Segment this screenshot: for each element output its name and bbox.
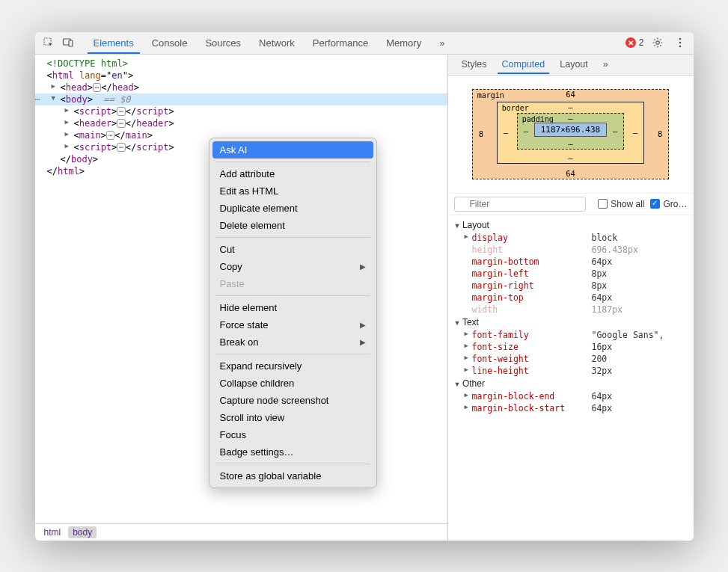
prop-margin-top[interactable]: margin-top64px	[454, 292, 688, 304]
bm-margin-top[interactable]: 64	[566, 90, 575, 99]
group-text[interactable]: Text	[454, 316, 688, 329]
tab-more[interactable]: »	[430, 33, 453, 53]
prop-font-weight[interactable]: ▶font-weight200	[454, 353, 688, 365]
cm-force-state[interactable]: Force state▶	[209, 316, 376, 333]
cm-expand[interactable]: Expand recursively	[209, 357, 376, 375]
dom-html-open[interactable]: <html lang="en">	[35, 70, 447, 82]
error-icon: ✕	[625, 37, 636, 48]
cm-delete[interactable]: Delete element	[209, 217, 376, 234]
breadcrumb-body[interactable]: body	[68, 526, 97, 538]
cm-hide[interactable]: Hide element	[209, 299, 376, 316]
bm-margin-right[interactable]: 8	[658, 129, 662, 138]
group-checkbox[interactable]: Gro…	[650, 199, 687, 209]
prop-margin-block-start[interactable]: ▶margin-block-start64px	[454, 402, 688, 414]
prop-width[interactable]: width1187px	[454, 304, 688, 316]
dom-head[interactable]: ▶<head>⋯</head>	[35, 82, 447, 93]
bm-padding-label: padding	[522, 115, 554, 123]
devtools-window: Elements Console Sources Network Perform…	[35, 32, 694, 541]
main-toolbar: Elements Console Sources Network Perform…	[35, 32, 694, 55]
error-count: 2	[639, 37, 644, 48]
top-tabs: Elements Console Sources Network Perform…	[85, 33, 624, 53]
dom-script1[interactable]: ▶<script>⋯</script>	[35, 105, 447, 117]
bm-border-bottom[interactable]: –	[568, 153, 572, 162]
prop-font-size[interactable]: ▶font-size16px	[454, 341, 688, 353]
styles-pane: Styles Computed Layout » margin 64 64 8 …	[448, 55, 694, 541]
prop-margin-block-end[interactable]: ▶margin-block-end64px	[454, 390, 688, 402]
dom-doctype[interactable]: <!DOCTYPE html>	[35, 58, 447, 70]
svg-point-3	[655, 41, 658, 44]
subtab-styles[interactable]: Styles	[454, 55, 495, 73]
bm-padding-top[interactable]: –	[568, 114, 572, 123]
cm-collapse[interactable]: Collapse children	[209, 375, 376, 392]
kebab-icon[interactable]	[671, 34, 689, 52]
cm-capture[interactable]: Capture node screenshot	[209, 392, 376, 409]
tab-sources[interactable]: Sources	[196, 33, 250, 53]
cm-cut[interactable]: Cut	[209, 241, 376, 258]
content-area: <!DOCTYPE html> <html lang="en"> ▶<head>…	[35, 55, 694, 541]
svg-rect-2	[69, 40, 73, 46]
cm-scroll[interactable]: Scroll into view	[209, 409, 376, 426]
prop-display[interactable]: ▶displayblock	[454, 232, 688, 244]
cm-add-attribute[interactable]: Add attribute	[209, 165, 376, 182]
bm-padding-bottom[interactable]: –	[568, 139, 572, 148]
cm-store[interactable]: Store as global variable	[209, 467, 376, 485]
bm-margin-left[interactable]: 8	[479, 129, 483, 138]
subtab-computed[interactable]: Computed	[495, 55, 553, 73]
device-toolbar-icon[interactable]	[59, 34, 77, 52]
filter-input[interactable]	[454, 197, 586, 212]
bm-content[interactable]: 1187×696.438	[534, 123, 607, 137]
svg-point-5	[679, 42, 681, 44]
context-menu: Ask AI Add attribute Edit as HTML Duplic…	[209, 138, 377, 488]
toolbar-right: ✕ 2	[625, 34, 689, 52]
dom-header[interactable]: ▶<header>⋯</header>	[35, 117, 447, 129]
tab-performance[interactable]: Performance	[304, 33, 377, 53]
gear-icon[interactable]	[649, 34, 667, 52]
cm-paste: Paste	[209, 275, 376, 292]
cm-ask-ai[interactable]: Ask AI	[212, 141, 373, 159]
prop-height[interactable]: height696.438px	[454, 244, 688, 256]
group-layout[interactable]: Layout	[454, 218, 688, 232]
subtabs: Styles Computed Layout »	[448, 55, 694, 76]
tab-console[interactable]: Console	[143, 33, 197, 53]
prop-margin-right[interactable]: margin-right8px	[454, 280, 688, 292]
bm-border-label: border	[502, 104, 529, 112]
box-model[interactable]: margin 64 64 8 8 border – – – – paddin	[448, 76, 694, 193]
svg-point-4	[679, 38, 681, 40]
cm-duplicate[interactable]: Duplicate element	[209, 200, 376, 217]
dom-body-open[interactable]: ⋯ ▼<body> == $0	[35, 93, 447, 105]
prop-margin-left[interactable]: margin-left8px	[454, 268, 688, 280]
tab-network[interactable]: Network	[250, 33, 304, 53]
bm-border-top[interactable]: –	[568, 102, 572, 111]
cm-break-on[interactable]: Break on▶	[209, 333, 376, 351]
elements-pane: <!DOCTYPE html> <html lang="en"> ▶<head>…	[35, 55, 448, 541]
breadcrumb-html[interactable]: html	[40, 526, 66, 538]
computed-body: margin 64 64 8 8 border – – – – paddin	[448, 76, 694, 541]
prop-margin-bottom[interactable]: margin-bottom64px	[454, 256, 688, 268]
tab-memory[interactable]: Memory	[377, 33, 430, 53]
filter-row: Show all Gro…	[448, 193, 694, 215]
bm-padding-left[interactable]: –	[524, 126, 528, 135]
computed-properties: Layout ▶displayblock height696.438px mar…	[448, 215, 694, 423]
cm-focus[interactable]: Focus	[209, 426, 376, 443]
cm-badge[interactable]: Badge settings…	[209, 443, 376, 461]
subtab-layout[interactable]: Layout	[552, 55, 596, 73]
breadcrumb: html body	[35, 523, 447, 541]
cm-copy[interactable]: Copy▶	[209, 258, 376, 275]
bm-margin-label: margin	[477, 91, 504, 99]
show-all-checkbox[interactable]: Show all	[598, 199, 644, 209]
bm-padding-right[interactable]: –	[613, 126, 617, 135]
subtab-more[interactable]: »	[596, 55, 616, 73]
inspect-icon[interactable]	[40, 34, 58, 52]
prop-line-height[interactable]: ▶line-height32px	[454, 365, 688, 377]
prop-font-family[interactable]: ▶font-family"Google Sans",	[454, 329, 688, 341]
error-badge[interactable]: ✕ 2	[625, 37, 644, 48]
tab-elements[interactable]: Elements	[85, 33, 143, 53]
bm-margin-bottom[interactable]: 64	[566, 169, 575, 178]
bm-border-right[interactable]: –	[633, 128, 637, 137]
bm-border-left[interactable]: –	[504, 128, 508, 137]
cm-edit-html[interactable]: Edit as HTML	[209, 182, 376, 200]
group-other[interactable]: Other	[454, 377, 688, 390]
svg-point-6	[679, 46, 681, 48]
